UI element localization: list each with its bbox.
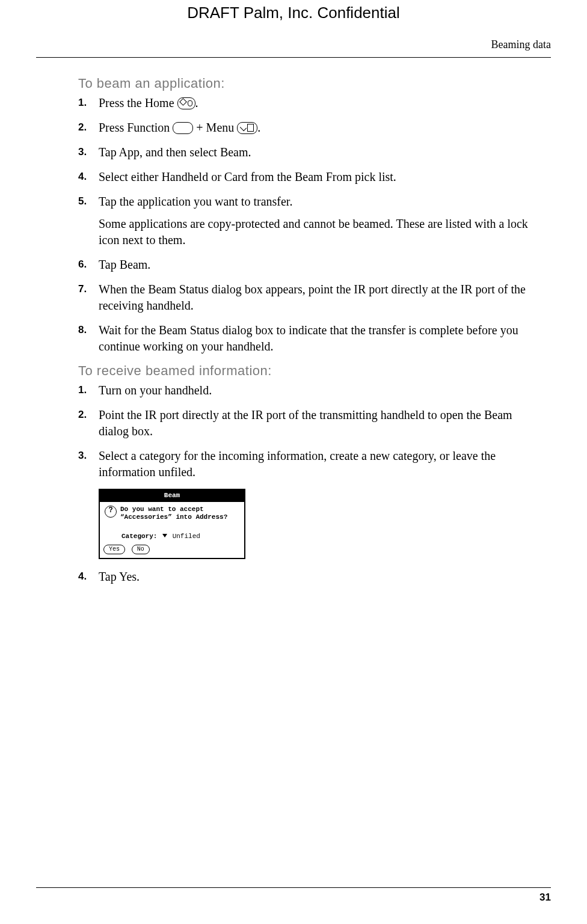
yes-button[interactable]: Yes — [103, 545, 125, 554]
step-text: . — [195, 96, 198, 109]
step-number: 3. — [78, 448, 99, 464]
dialog-message: Do you want to accept “Accessories” into… — [120, 506, 239, 521]
section2-steps-after: 4. Tap Yes. — [78, 569, 539, 585]
step-number: 1. — [78, 95, 99, 111]
page-number: 31 — [36, 887, 551, 904]
page-content: To beam an application: 1. Press the Hom… — [78, 76, 539, 593]
list-item: 2. Press Function + Menu . — [78, 120, 539, 136]
section2-title: To receive beamed information: — [78, 363, 539, 379]
step-text: Select a category for the incoming infor… — [99, 448, 539, 480]
step-text: Tap the application you want to transfer… — [99, 194, 539, 210]
running-head: Beaming data — [36, 38, 551, 58]
step-number: 2. — [78, 120, 99, 135]
step-text: Tap Yes. — [99, 569, 539, 585]
step-text: When the Beam Status dialog box appears,… — [99, 281, 539, 314]
menu-key-icon — [237, 122, 257, 134]
step-text: Point the IR port directly at the IR por… — [99, 407, 539, 439]
step-text: Wait for the Beam Status dialog box to i… — [99, 322, 539, 355]
step-number: 6. — [78, 257, 99, 272]
step-number: 3. — [78, 144, 99, 160]
list-item: 2. Point the IR port directly at the IR … — [78, 407, 539, 439]
home-icon — [177, 97, 195, 109]
draft-watermark: DRAFT Palm, Inc. Confidential — [0, 4, 587, 22]
list-item: 3. Tap App, and then select Beam. — [78, 144, 539, 161]
list-item: 7. When the Beam Status dialog box appea… — [78, 281, 539, 314]
list-item: 1. Press the Home . — [78, 95, 539, 111]
step-text: Press the Home — [99, 96, 177, 109]
step-text: Turn on your handheld. — [99, 382, 539, 399]
list-item: 4. Select either Handheld or Card from t… — [78, 169, 539, 185]
step-text: Tap Beam. — [99, 257, 539, 273]
no-button[interactable]: No — [132, 545, 150, 554]
dropdown-arrow-icon[interactable] — [162, 534, 167, 537]
step-number: 5. — [78, 194, 99, 209]
step-text: . — [257, 121, 260, 134]
list-item: 5. Tap the application you want to trans… — [78, 194, 539, 248]
step-text: Select either Handheld or Card from the … — [99, 169, 539, 185]
beam-dialog-screenshot: Beam ? Do you want to accept “Accessorie… — [99, 489, 245, 559]
list-item: 6. Tap Beam. — [78, 257, 539, 273]
question-icon: ? — [105, 506, 117, 518]
step-text: Tap App, and then select Beam. — [99, 144, 539, 161]
section2-steps-before: 1. Turn on your handheld. 2. Point the I… — [78, 382, 539, 480]
step-number: 1. — [78, 382, 99, 398]
step-number: 2. — [78, 407, 99, 423]
step-number: 4. — [78, 169, 99, 185]
section1-title: To beam an application: — [78, 76, 539, 91]
function-key-icon — [173, 122, 193, 134]
category-label: Category: — [121, 533, 157, 540]
list-item: 1. Turn on your handheld. — [78, 382, 539, 399]
step-number: 7. — [78, 281, 99, 297]
step-number: 4. — [78, 569, 99, 584]
list-item: 8. Wait for the Beam Status dialog box t… — [78, 322, 539, 355]
list-item: 3. Select a category for the incoming in… — [78, 448, 539, 480]
category-value[interactable]: Unfiled — [173, 533, 200, 540]
step-number: 8. — [78, 322, 99, 338]
step-text: + Menu — [196, 121, 237, 134]
dialog-title: Beam — [100, 490, 244, 502]
section1-steps: 1. Press the Home . 2. Press Function + … — [78, 95, 539, 355]
list-item: 4. Tap Yes. — [78, 569, 539, 585]
step-text: Press Function — [99, 121, 173, 134]
step-note: Some applications are copy-protected and… — [99, 216, 539, 248]
